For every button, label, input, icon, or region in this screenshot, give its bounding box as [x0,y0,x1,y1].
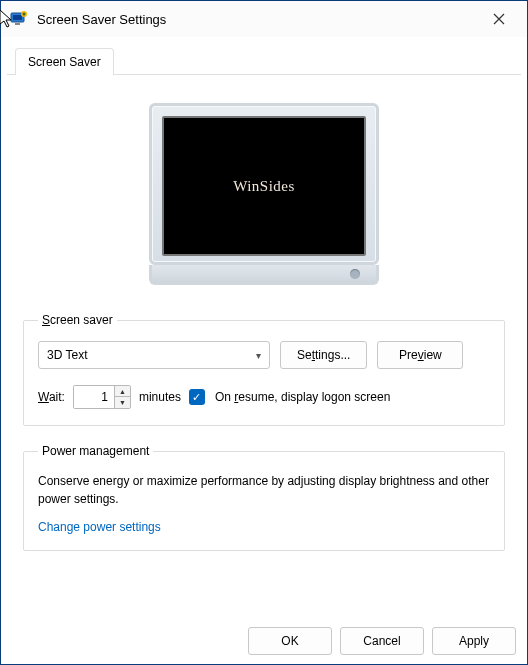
screensaver-select-value: 3D Text [47,348,87,362]
window-title: Screen Saver Settings [37,12,479,27]
preview-button[interactable]: Preview [377,341,463,369]
chevron-down-icon: ▾ [256,350,261,361]
screensaver-preview-text: WinSides [233,178,295,195]
resume-checkbox[interactable]: ✓ [189,389,205,405]
apply-button[interactable]: Apply [432,627,516,655]
svg-rect-2 [15,23,20,25]
power-legend: Power management [38,444,153,458]
tab-panel: WinSides Screen saver 3D Text ▾ Settings… [7,74,521,567]
change-power-settings-link[interactable]: Change power settings [38,520,161,534]
svg-rect-1 [13,15,22,20]
dialog-footer: OK Cancel Apply [248,627,516,655]
minutes-label: minutes [139,390,181,404]
screensaver-legend: Screen saver [38,313,117,327]
spin-down-button[interactable]: ▼ [115,397,130,408]
cancel-button[interactable]: Cancel [340,627,424,655]
monitor-preview: WinSides [23,103,505,285]
ok-button[interactable]: OK [248,627,332,655]
screensaver-select[interactable]: 3D Text ▾ [38,341,270,369]
wait-label: Wait: [38,390,65,404]
wait-spinner[interactable]: ▲ ▼ [73,385,131,409]
wait-input[interactable] [74,386,114,408]
app-icon [9,9,29,29]
power-group: Power management Conserve energy or maxi… [23,444,505,551]
tab-screen-saver[interactable]: Screen Saver [15,48,114,75]
monitor-power-icon [350,269,360,279]
titlebar: Screen Saver Settings [1,1,527,37]
screensaver-group: Screen saver 3D Text ▾ Settings... Previ… [23,313,505,426]
settings-button[interactable]: Settings... [280,341,367,369]
monitor-screen: WinSides [162,116,366,256]
spin-up-button[interactable]: ▲ [115,386,130,397]
resume-label: On resume, display logon screen [215,390,390,404]
close-button[interactable] [479,5,519,33]
power-description: Conserve energy or maximize performance … [38,472,490,508]
close-icon [493,13,505,25]
tabstrip: Screen Saver [7,47,521,74]
